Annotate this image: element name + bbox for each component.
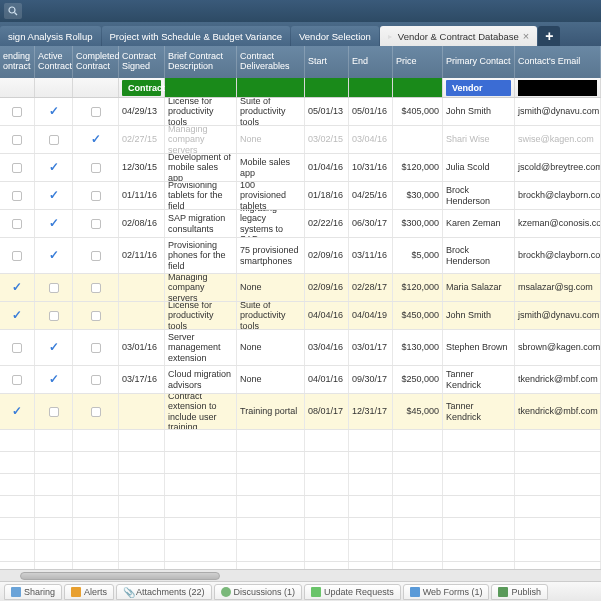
cell-signed[interactable]: 04/29/13 bbox=[119, 98, 165, 125]
cell-completed[interactable] bbox=[73, 210, 119, 237]
footer-discussions[interactable]: Discussions (1) bbox=[214, 584, 303, 600]
header-pending[interactable]: ending ontract bbox=[0, 46, 35, 78]
checkbox[interactable] bbox=[49, 283, 59, 293]
cell-desc[interactable]: Server management extension bbox=[165, 330, 237, 365]
checkbox[interactable] bbox=[49, 311, 59, 321]
cell-end[interactable]: 03/01/17 bbox=[349, 330, 393, 365]
checkmark-icon[interactable]: ✓ bbox=[49, 249, 59, 263]
cell-active[interactable]: ✓ bbox=[35, 366, 73, 393]
cell-start[interactable]: 02/22/16 bbox=[305, 210, 349, 237]
cell-active[interactable]: ✓ bbox=[35, 154, 73, 181]
cell-email[interactable]: tkendrick@mbf.com bbox=[515, 394, 601, 429]
checkbox[interactable] bbox=[91, 311, 101, 321]
cell-signed[interactable]: 01/11/16 bbox=[119, 182, 165, 209]
cell-pending[interactable] bbox=[0, 366, 35, 393]
footer-webforms[interactable]: Web Forms (1) bbox=[403, 584, 490, 600]
checkbox[interactable] bbox=[91, 407, 101, 417]
cell-signed[interactable]: 03/17/16 bbox=[119, 366, 165, 393]
cell-active[interactable] bbox=[35, 394, 73, 429]
cell-completed[interactable] bbox=[73, 154, 119, 181]
cell-deliv[interactable]: 100 provisioned tablets bbox=[237, 182, 305, 209]
cell-pending[interactable] bbox=[0, 154, 35, 181]
cell-email[interactable]: jsmith@dynavu.com bbox=[515, 302, 601, 329]
cell-price[interactable] bbox=[393, 126, 443, 153]
cell-active[interactable] bbox=[35, 274, 73, 301]
cell-pending[interactable]: ✓ bbox=[0, 302, 35, 329]
table-row[interactable]: ✓ 03/01/16 Server management extension N… bbox=[0, 330, 601, 366]
footer-attachments[interactable]: 📎Attachments (22) bbox=[116, 584, 212, 600]
cell-pending[interactable] bbox=[0, 126, 35, 153]
table-row-empty[interactable] bbox=[0, 540, 601, 562]
cell-desc[interactable]: SAP migration consultants bbox=[165, 210, 237, 237]
cell-contact[interactable]: Brock Henderson bbox=[443, 182, 515, 209]
cell-email[interactable]: kzeman@conosis.com bbox=[515, 210, 601, 237]
cell-completed[interactable] bbox=[73, 330, 119, 365]
scrollbar-thumb[interactable] bbox=[20, 572, 220, 580]
header-completed[interactable]: Completed Contract bbox=[73, 46, 119, 78]
close-icon[interactable]: × bbox=[523, 30, 529, 42]
cell-email[interactable]: jsmith@dynavu.com bbox=[515, 98, 601, 125]
header-active[interactable]: Active Contract bbox=[35, 46, 73, 78]
cell-completed[interactable] bbox=[73, 182, 119, 209]
checkmark-icon[interactable]: ✓ bbox=[49, 373, 59, 387]
cell-desc[interactable]: Contract extension to include user train… bbox=[165, 394, 237, 429]
checkbox[interactable] bbox=[91, 375, 101, 385]
cell-price[interactable]: $130,000 bbox=[393, 330, 443, 365]
cell-active[interactable] bbox=[35, 126, 73, 153]
table-row-empty[interactable] bbox=[0, 518, 601, 540]
checkbox[interactable] bbox=[91, 343, 101, 353]
table-row[interactable]: ✓ 03/17/16 Cloud migration advisors None… bbox=[0, 366, 601, 394]
add-tab-button[interactable]: + bbox=[538, 26, 560, 46]
cell-start[interactable]: 01/04/16 bbox=[305, 154, 349, 181]
cell-signed[interactable]: 03/01/16 bbox=[119, 330, 165, 365]
cell-email[interactable]: tkendrick@mbf.com bbox=[515, 366, 601, 393]
checkbox[interactable] bbox=[91, 163, 101, 173]
cell-signed[interactable] bbox=[119, 394, 165, 429]
cell-active[interactable]: ✓ bbox=[35, 210, 73, 237]
cell-deliv[interactable]: None bbox=[237, 366, 305, 393]
cell-deliv[interactable]: Mobile sales app bbox=[237, 154, 305, 181]
header-price[interactable]: Price bbox=[393, 46, 443, 78]
cell-pending[interactable]: ✓ bbox=[0, 394, 35, 429]
cell-contact[interactable]: Maria Salazar bbox=[443, 274, 515, 301]
cell-desc[interactable]: Cloud migration advisors bbox=[165, 366, 237, 393]
table-row[interactable]: ✓ 02/08/16 SAP migration consultants Mig… bbox=[0, 210, 601, 238]
checkbox[interactable] bbox=[91, 107, 101, 117]
cell-active[interactable]: ✓ bbox=[35, 238, 73, 273]
checkmark-icon[interactable]: ✓ bbox=[91, 133, 101, 147]
cell-deliv[interactable]: Training portal bbox=[237, 394, 305, 429]
cell-end[interactable]: 10/31/16 bbox=[349, 154, 393, 181]
cell-price[interactable]: $120,000 bbox=[393, 274, 443, 301]
cell-price[interactable]: $250,000 bbox=[393, 366, 443, 393]
checkmark-icon[interactable]: ✓ bbox=[49, 161, 59, 175]
cell-start[interactable]: 04/01/16 bbox=[305, 366, 349, 393]
cell-end[interactable]: 02/28/17 bbox=[349, 274, 393, 301]
cell-contact[interactable]: Brock Henderson bbox=[443, 238, 515, 273]
cell-price[interactable]: $45,000 bbox=[393, 394, 443, 429]
cell-contact[interactable]: Shari Wise bbox=[443, 126, 515, 153]
horizontal-scrollbar[interactable] bbox=[0, 569, 601, 581]
tab-vendor-selection[interactable]: Vendor Selection bbox=[291, 26, 379, 46]
cell-price[interactable]: $300,000 bbox=[393, 210, 443, 237]
cell-pending[interactable] bbox=[0, 98, 35, 125]
cell-price[interactable]: $5,000 bbox=[393, 238, 443, 273]
cell-completed[interactable] bbox=[73, 394, 119, 429]
header-start[interactable]: Start bbox=[305, 46, 349, 78]
cell-signed[interactable]: 02/27/15 bbox=[119, 126, 165, 153]
cell-desc[interactable]: License for productivity tools bbox=[165, 98, 237, 125]
header-signed[interactable]: Contract Signed bbox=[119, 46, 165, 78]
cell-pending[interactable] bbox=[0, 238, 35, 273]
cell-start[interactable]: 01/18/16 bbox=[305, 182, 349, 209]
cell-active[interactable] bbox=[35, 302, 73, 329]
cell-end[interactable]: 03/11/16 bbox=[349, 238, 393, 273]
cell-desc[interactable]: Provisioning tablets for the field bbox=[165, 182, 237, 209]
cell-desc[interactable]: Provisioning phones for the field bbox=[165, 238, 237, 273]
cell-deliv[interactable]: None bbox=[237, 126, 305, 153]
checkbox[interactable] bbox=[91, 191, 101, 201]
footer-publish[interactable]: Publish bbox=[491, 584, 548, 600]
tab-project-schedule[interactable]: Project with Schedule & Budget Variance bbox=[102, 26, 291, 46]
checkmark-icon[interactable]: ✓ bbox=[12, 309, 22, 323]
cell-email[interactable]: jscold@breytree.com bbox=[515, 154, 601, 181]
cell-deliv[interactable]: Suite of productivity tools bbox=[237, 98, 305, 125]
cell-pending[interactable] bbox=[0, 210, 35, 237]
